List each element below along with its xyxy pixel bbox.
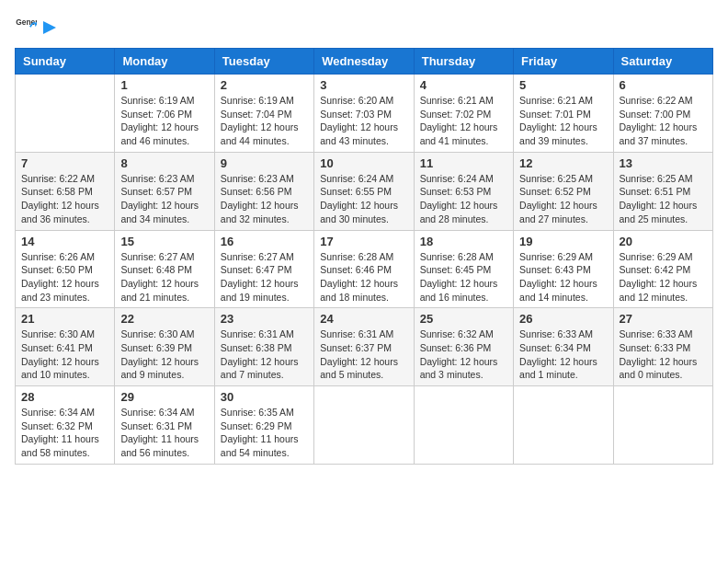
calendar-cell: 12Sunrise: 6:25 AM Sunset: 6:52 PM Dayli… — [514, 152, 613, 230]
cell-date-number: 11 — [420, 156, 507, 170]
page-header: General — [15, 15, 713, 37]
cell-date-number: 5 — [519, 78, 607, 92]
cell-content: Sunrise: 6:33 AM Sunset: 6:33 PM Dayligh… — [620, 327, 707, 382]
cell-content: Sunrise: 6:21 AM Sunset: 7:02 PM Dayligh… — [420, 94, 507, 148]
cell-date-number: 9 — [221, 156, 308, 170]
cell-content: Sunrise: 6:23 AM Sunset: 6:56 PM Dayligh… — [221, 172, 308, 226]
cell-content: Sunrise: 6:21 AM Sunset: 7:01 PM Dayligh… — [519, 94, 607, 148]
cell-content: Sunrise: 6:19 AM Sunset: 7:04 PM Dayligh… — [221, 94, 308, 148]
calendar-cell: 15Sunrise: 6:27 AM Sunset: 6:48 PM Dayli… — [115, 230, 214, 308]
calendar-cell: 27Sunrise: 6:33 AM Sunset: 6:33 PM Dayli… — [613, 308, 712, 386]
cell-date-number: 13 — [620, 156, 707, 170]
cell-content: Sunrise: 6:31 AM Sunset: 6:38 PM Dayligh… — [221, 327, 308, 382]
cell-date-number: 26 — [519, 312, 607, 326]
calendar-cell: 14Sunrise: 6:26 AM Sunset: 6:50 PM Dayli… — [16, 230, 115, 308]
day-header-tuesday: Tuesday — [214, 49, 313, 75]
cell-content: Sunrise: 6:25 AM Sunset: 6:52 PM Dayligh… — [519, 172, 607, 226]
cell-content: Sunrise: 6:30 AM Sunset: 6:39 PM Dayligh… — [120, 327, 208, 382]
cell-date-number: 28 — [21, 390, 108, 404]
calendar-cell: 2Sunrise: 6:19 AM Sunset: 7:04 PM Daylig… — [214, 75, 313, 153]
calendar-cell: 9Sunrise: 6:23 AM Sunset: 6:56 PM Daylig… — [214, 152, 313, 230]
calendar-cell: 11Sunrise: 6:24 AM Sunset: 6:53 PM Dayli… — [414, 152, 513, 230]
day-header-wednesday: Wednesday — [314, 49, 414, 75]
calendar-cell: 19Sunrise: 6:29 AM Sunset: 6:43 PM Dayli… — [514, 230, 613, 308]
calendar-cell: 26Sunrise: 6:33 AM Sunset: 6:34 PM Dayli… — [514, 308, 613, 386]
day-header-monday: Monday — [115, 49, 214, 75]
day-header-thursday: Thursday — [414, 49, 513, 75]
cell-date-number: 16 — [221, 235, 308, 248]
cell-date-number: 20 — [620, 235, 707, 248]
cell-content: Sunrise: 6:24 AM Sunset: 6:55 PM Dayligh… — [320, 172, 407, 226]
calendar-cell: 7Sunrise: 6:22 AM Sunset: 6:58 PM Daylig… — [16, 152, 115, 230]
cell-content: Sunrise: 6:28 AM Sunset: 6:45 PM Dayligh… — [420, 250, 507, 304]
calendar-cell: 22Sunrise: 6:30 AM Sunset: 6:39 PM Dayli… — [115, 308, 214, 386]
cell-content: Sunrise: 6:22 AM Sunset: 6:58 PM Dayligh… — [21, 172, 108, 226]
calendar-cell — [514, 386, 613, 465]
cell-content: Sunrise: 6:35 AM Sunset: 6:29 PM Dayligh… — [221, 406, 308, 460]
cell-content: Sunrise: 6:20 AM Sunset: 7:03 PM Dayligh… — [320, 94, 407, 148]
logo-arrow-icon — [41, 17, 58, 38]
cell-content: Sunrise: 6:19 AM Sunset: 7:06 PM Dayligh… — [120, 94, 208, 148]
cell-date-number: 10 — [320, 156, 407, 170]
calendar-cell: 4Sunrise: 6:21 AM Sunset: 7:02 PM Daylig… — [414, 75, 513, 153]
cell-content: Sunrise: 6:34 AM Sunset: 6:32 PM Dayligh… — [21, 406, 108, 460]
calendar-cell: 18Sunrise: 6:28 AM Sunset: 6:45 PM Dayli… — [414, 230, 513, 308]
day-header-friday: Friday — [514, 49, 613, 75]
cell-content: Sunrise: 6:31 AM Sunset: 6:37 PM Dayligh… — [320, 327, 407, 382]
cell-date-number: 27 — [620, 312, 707, 326]
calendar-week-row: 7Sunrise: 6:22 AM Sunset: 6:58 PM Daylig… — [16, 152, 713, 230]
calendar-cell: 6Sunrise: 6:22 AM Sunset: 7:00 PM Daylig… — [613, 75, 712, 153]
cell-date-number: 3 — [320, 78, 407, 92]
svg-text:General: General — [16, 17, 37, 27]
cell-content: Sunrise: 6:27 AM Sunset: 6:48 PM Dayligh… — [120, 250, 208, 304]
calendar-cell: 25Sunrise: 6:32 AM Sunset: 6:36 PM Dayli… — [414, 308, 513, 386]
calendar-cell: 29Sunrise: 6:34 AM Sunset: 6:31 PM Dayli… — [115, 386, 214, 465]
logo-icon: General — [15, 15, 37, 37]
day-header-saturday: Saturday — [613, 49, 712, 75]
cell-content: Sunrise: 6:29 AM Sunset: 6:42 PM Dayligh… — [620, 250, 707, 304]
cell-content: Sunrise: 6:28 AM Sunset: 6:46 PM Dayligh… — [320, 250, 407, 304]
cell-date-number: 23 — [221, 312, 308, 326]
cell-date-number: 29 — [120, 390, 208, 404]
cell-date-number: 2 — [221, 78, 308, 92]
calendar-cell: 16Sunrise: 6:27 AM Sunset: 6:47 PM Dayli… — [214, 230, 313, 308]
calendar-week-row: 1Sunrise: 6:19 AM Sunset: 7:06 PM Daylig… — [16, 75, 713, 153]
cell-content: Sunrise: 6:29 AM Sunset: 6:43 PM Dayligh… — [519, 250, 607, 304]
cell-content: Sunrise: 6:32 AM Sunset: 6:36 PM Dayligh… — [420, 327, 507, 382]
calendar-week-row: 14Sunrise: 6:26 AM Sunset: 6:50 PM Dayli… — [16, 230, 713, 308]
cell-date-number: 19 — [519, 235, 607, 248]
calendar-cell: 30Sunrise: 6:35 AM Sunset: 6:29 PM Dayli… — [214, 386, 313, 465]
cell-content: Sunrise: 6:26 AM Sunset: 6:50 PM Dayligh… — [21, 250, 108, 304]
calendar-cell — [16, 75, 115, 153]
calendar-cell: 23Sunrise: 6:31 AM Sunset: 6:38 PM Dayli… — [214, 308, 313, 386]
cell-content: Sunrise: 6:22 AM Sunset: 7:00 PM Dayligh… — [620, 94, 707, 148]
cell-content: Sunrise: 6:30 AM Sunset: 6:41 PM Dayligh… — [21, 327, 108, 382]
calendar-cell — [414, 386, 513, 465]
calendar-cell: 17Sunrise: 6:28 AM Sunset: 6:46 PM Dayli… — [314, 230, 414, 308]
calendar-cell: 24Sunrise: 6:31 AM Sunset: 6:37 PM Dayli… — [314, 308, 414, 386]
cell-date-number: 21 — [21, 312, 108, 326]
calendar-cell: 1Sunrise: 6:19 AM Sunset: 7:06 PM Daylig… — [115, 75, 214, 153]
cell-date-number: 15 — [120, 235, 208, 248]
cell-content: Sunrise: 6:27 AM Sunset: 6:47 PM Dayligh… — [221, 250, 308, 304]
cell-date-number: 8 — [120, 156, 208, 170]
logo: General — [15, 15, 59, 37]
calendar-cell: 8Sunrise: 6:23 AM Sunset: 6:57 PM Daylig… — [115, 152, 214, 230]
calendar-cell: 20Sunrise: 6:29 AM Sunset: 6:42 PM Dayli… — [613, 230, 712, 308]
cell-date-number: 22 — [120, 312, 208, 326]
calendar-header-row: SundayMondayTuesdayWednesdayThursdayFrid… — [16, 49, 713, 75]
cell-date-number: 17 — [320, 235, 407, 248]
cell-date-number: 4 — [420, 78, 507, 92]
cell-date-number: 14 — [21, 235, 108, 248]
calendar-cell: 21Sunrise: 6:30 AM Sunset: 6:41 PM Dayli… — [16, 308, 115, 386]
day-header-sunday: Sunday — [16, 49, 115, 75]
cell-date-number: 1 — [120, 78, 208, 92]
calendar-cell: 5Sunrise: 6:21 AM Sunset: 7:01 PM Daylig… — [514, 75, 613, 153]
cell-date-number: 24 — [320, 312, 407, 326]
cell-date-number: 7 — [21, 156, 108, 170]
calendar-table: SundayMondayTuesdayWednesdayThursdayFrid… — [15, 48, 713, 465]
svg-marker-1 — [43, 21, 56, 34]
cell-content: Sunrise: 6:34 AM Sunset: 6:31 PM Dayligh… — [120, 406, 208, 460]
calendar-cell: 13Sunrise: 6:25 AM Sunset: 6:51 PM Dayli… — [613, 152, 712, 230]
cell-date-number: 6 — [620, 78, 707, 92]
